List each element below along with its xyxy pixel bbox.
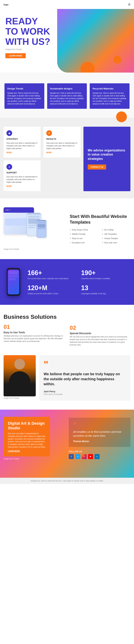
info-card-2: Sustainable designs Sample text. Click t… <box>47 83 87 109</box>
stats-section: 166+ Our current team count. culpulate e… <box>0 259 134 305</box>
strategy-icon-3: ♦ <box>6 164 12 170</box>
digital-heading: Digital Art & Design Studio <box>8 421 46 430</box>
quote-mark-icon: " <box>44 360 126 368</box>
stat-1: 166+ Our current team count. culpulate e… <box>27 269 77 280</box>
social-icons-row: f ✦ in ▶ in <box>69 454 131 459</box>
info-card-2-title: Sustainable designs <box>50 87 84 90</box>
features-grid: ○ Easy Drag-n-Drop○ No Coding○ Mobile-Fr… <box>70 228 131 244</box>
stat-4-desc: Languages available in the app <box>81 292 131 295</box>
stats-phone-container <box>3 268 23 296</box>
quote-image-credit: Image from Freepik <box>3 397 39 399</box>
follow-us: FOLLOW US f ✦ in ▶ in <box>69 450 131 459</box>
info-card-1-title: Design Trends <box>7 87 41 90</box>
business-num-1: 01 <box>3 324 64 330</box>
social-facebook[interactable]: f <box>69 454 74 459</box>
strategy-text-1: Duis aute irure dolor in reprehenderit i… <box>6 142 38 150</box>
feature-item: ○ 10k Templates <box>102 233 131 235</box>
digital-content: Digital Art & Design Studio Duis aute ir… <box>0 410 134 467</box>
templates-image-container: Image from Freepik <box>3 207 64 250</box>
stats-grid: 166+ Our current team count. culpulate e… <box>27 269 131 295</box>
business-heading: Business Solutions <box>3 314 64 320</box>
strategy-icon-1: ◆ <box>6 130 12 136</box>
digital-text: Duis aute irure dolor in reprehenderit i… <box>8 432 46 448</box>
digital-box: Digital Art & Design Studio Duis aute ir… <box>3 417 50 456</box>
footer-text: Sample text. Click to select the text bo… <box>3 480 131 482</box>
business-text-1: Strategic planning is an organization's … <box>3 334 64 342</box>
stat-3-number: 120+M <box>27 284 77 292</box>
logo[interactable]: logo <box>3 3 8 6</box>
orange-dot-bottom <box>116 112 127 122</box>
feature-item: ○ Mobile-Friendly <box>70 233 98 235</box>
mock-screens <box>3 207 47 247</box>
business-item-2: 02 Special Discounts We can help you to … <box>70 324 131 346</box>
social-linkedin[interactable]: in <box>94 454 100 459</box>
strategy-title-3: SUPPORT <box>6 171 38 174</box>
digital-link[interactable]: LEARN MORE <box>8 450 46 452</box>
info-card-1: Design Trends Sample text. Click to sele… <box>4 83 44 109</box>
digital-quote-box: " Art enables us to find ourselves and l… <box>69 418 131 447</box>
contact-us-button[interactable]: CONTACT US <box>88 164 106 170</box>
business-left: Business Solutions 01 Easy to Use Tools … <box>3 314 64 346</box>
phone-screen <box>8 270 19 294</box>
info-card-3-title: Recycled Materials <box>93 87 127 90</box>
person-body <box>9 371 30 396</box>
strategy-text-3: Duis aute irure dolor in reprehenderit i… <box>6 176 38 184</box>
business-title-2: Special Discounts <box>70 332 131 335</box>
hamburger-icon[interactable]: ≡ <box>128 2 131 7</box>
business-right: 02 Special Discounts We can help you to … <box>70 314 131 346</box>
info-cards-container: Design Trends Sample text. Click to sele… <box>4 83 130 109</box>
digital-art-section: Digital Art & Design Studio Duis aute ir… <box>0 410 134 478</box>
business-title-1: Easy to Use Tools <box>3 331 64 334</box>
digital-right: " Art enables us to find ourselves and l… <box>69 417 131 460</box>
strategy-right-panel: We advise organizations in value creatio… <box>83 127 131 191</box>
business-num-2: 02 <box>70 324 131 331</box>
stat-4: 13 Languages available in the app <box>81 284 131 295</box>
digital-image-credit: Image from Freepik <box>3 458 65 460</box>
feature-item: ○ Easy-to-use <box>70 237 98 240</box>
stat-2-desc: Countries where OurApp is available. <box>81 278 131 280</box>
strategy-card-2: ✦ RESULTS Duis aute irure dolor in repre… <box>43 127 80 158</box>
templates-heading: Start With Beautiful Website Templates <box>70 214 131 225</box>
digital-quote-author: Thomas Merton <box>73 440 126 442</box>
social-instagram[interactable]: in <box>82 454 87 459</box>
stat-1-number: 166+ <box>27 269 77 277</box>
stat-4-number: 13 <box>81 284 131 292</box>
strategy-more-2[interactable]: MORE <box>46 151 77 154</box>
feature-item: ○ Easy Drag-n-Drop <box>70 228 98 231</box>
strategy-section: ◆ STRATEGY Duis aute irure dolor in repr… <box>0 118 134 198</box>
templates-content: Start With Beautiful Website Templates ○… <box>70 214 131 244</box>
quote-role: CEO and Co-Founder <box>44 393 126 395</box>
strategy-cards-container: ◆ STRATEGY Duis aute irure dolor in repr… <box>3 127 81 191</box>
learn-more-button[interactable]: LEARN MORE <box>5 53 26 58</box>
business-item-1: 01 Easy to Use Tools Strategic planning … <box>3 324 64 342</box>
strategy-right-heading: We advise organizations in value creatio… <box>88 148 126 161</box>
person-photo <box>3 355 36 396</box>
templates-image-credit: Image from Freepik <box>3 248 64 250</box>
quote-image-container: Image from Freepik <box>3 355 39 401</box>
quote-section: Image from Freepik " We believe that peo… <box>0 355 134 410</box>
hero-content: READY TO WORK WITH US? Images from Freep… <box>5 16 129 58</box>
orange-circle-small <box>114 56 122 64</box>
business-section: Business Solutions 01 Easy to Use Tools … <box>0 305 134 355</box>
hero-section: READY TO WORK WITH US? Images from Freep… <box>0 9 134 72</box>
phone-mockup <box>7 268 20 296</box>
hero-image-credit: Images from Freepik <box>5 48 129 50</box>
stat-2: 190+ Countries where OurApp is available… <box>81 269 131 280</box>
strategy-more-3[interactable]: MORE <box>6 185 38 188</box>
stat-3: 120+M Installs around the world within 4… <box>27 284 77 295</box>
templates-section: Image from Freepik Start With Beautiful … <box>0 198 134 259</box>
feature-item: ○ Duis aute irure <box>102 241 131 244</box>
stat-3-desc: Installs around the world within 4 years… <box>27 292 77 295</box>
feature-item: ○ No Coding <box>102 228 131 231</box>
business-text-2: We can help you to boost engagement with… <box>70 336 131 346</box>
social-youtube[interactable]: ▶ <box>88 454 93 459</box>
strategy-title-1: STRATEGY <box>6 138 38 141</box>
strategy-card-3: ♦ SUPPORT Duis aute irure dolor in repre… <box>3 160 41 191</box>
strategy-text-2: Duis aute irure dolor in reprehenderit i… <box>46 142 77 150</box>
social-twitter[interactable]: ✦ <box>75 454 80 459</box>
strategy-more-1[interactable]: MORE <box>6 151 38 154</box>
digital-left: Digital Art & Design Studio Duis aute ir… <box>3 417 65 460</box>
strategy-card-1: ◆ STRATEGY Duis aute irure dolor in repr… <box>3 127 41 158</box>
follow-label: FOLLOW US <box>69 450 131 453</box>
person-head <box>14 359 25 370</box>
